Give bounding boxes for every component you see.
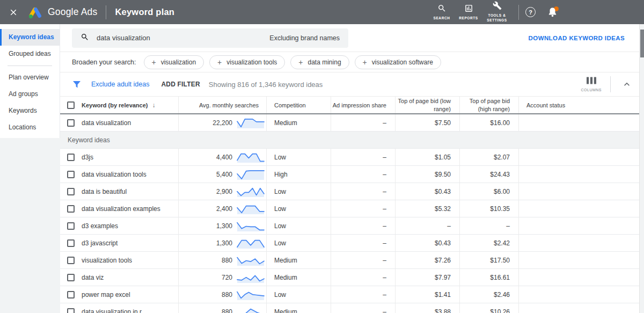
close-icon[interactable] <box>7 6 20 19</box>
page-title: Keyword plan <box>115 7 174 17</box>
account-status-cell <box>518 183 644 200</box>
keyword-row: data visualization tools5,400High–$9.50$… <box>60 166 644 183</box>
row-checkbox-cell <box>60 114 82 131</box>
keyword-cell: data viz <box>82 269 178 286</box>
avg-searches-cell: 5,400 <box>178 166 266 183</box>
sidebar-item-keywords[interactable]: Keywords <box>0 103 60 119</box>
header-ad-impression-share[interactable]: Ad impression share <box>331 97 395 113</box>
add-filter-button[interactable]: ADD FILTER <box>161 81 200 88</box>
trend-sparkline <box>237 220 265 232</box>
search-box[interactable]: Excluding brand names <box>72 28 348 48</box>
ad-impression-share-cell: – <box>331 166 395 183</box>
row-checkbox-cell <box>60 252 82 268</box>
search-nav-button[interactable]: SEARCH <box>429 4 455 21</box>
avg-searches-value: 880 <box>222 291 232 299</box>
row-checkbox[interactable] <box>67 171 75 178</box>
bid-high-cell: $10.26 <box>459 303 518 313</box>
row-checkbox[interactable] <box>67 119 75 127</box>
sidebar-item-ad-groups[interactable]: Ad groups <box>0 86 60 103</box>
columns-button[interactable]: COLUMNS <box>581 77 602 92</box>
header-checkbox-cell <box>60 97 82 113</box>
broaden-chip[interactable]: + visualization tools <box>209 55 285 69</box>
bid-low-cell: $0.43 <box>395 235 459 251</box>
bid-high-cell: $2.07 <box>459 149 518 165</box>
competition-cell: Medium <box>266 114 331 131</box>
row-checkbox[interactable] <box>67 222 75 230</box>
select-all-checkbox[interactable] <box>67 101 75 109</box>
avg-searches-cell: 2,900 <box>178 183 266 200</box>
row-checkbox[interactable] <box>67 308 75 313</box>
row-checkbox-cell <box>60 166 82 183</box>
header-keyword[interactable]: Keyword (by relevance) ↓ <box>82 97 178 113</box>
sidebar-item-keyword-ideas[interactable]: Keyword ideas <box>0 29 60 46</box>
download-keyword-ideas-link[interactable]: DOWNLOAD KEYWORD IDEAS <box>529 35 625 41</box>
keyword-cell: d3js <box>82 149 178 165</box>
avg-searches-cell: 2,400 <box>178 200 266 217</box>
keyword-row: data visualization examples2,400Low–$5.3… <box>60 200 644 217</box>
trend-sparkline <box>237 254 265 267</box>
broaden-chip[interactable]: + visualization software <box>355 55 441 69</box>
competition-cell: Low <box>266 217 331 234</box>
topbar-right: SEARCH REPORTS TOOLS & SETTINGS ? <box>428 0 558 24</box>
help-icon[interactable]: ? <box>525 7 536 17</box>
sidebar-item-locations[interactable]: Locations <box>0 119 60 136</box>
competition-cell: Low <box>266 200 331 217</box>
header-bid-high[interactable]: Top of page bid (high range) <box>459 97 518 113</box>
account-status-cell <box>518 200 644 217</box>
search-input[interactable] <box>96 33 269 42</box>
row-checkbox-cell <box>60 149 82 165</box>
brand-text: Google Ads <box>48 6 97 18</box>
notifications-bell-icon[interactable] <box>547 6 558 18</box>
tools-settings-nav-button[interactable]: TOOLS & SETTINGS <box>482 1 511 23</box>
reports-nav-button[interactable]: REPORTS <box>456 4 481 21</box>
keyword-cell: visualization tools <box>82 252 178 268</box>
header-competition[interactable]: Competition <box>266 97 331 113</box>
exclude-adult-ideas-link[interactable]: Exclude adult ideas <box>91 81 149 88</box>
row-checkbox[interactable] <box>67 188 75 195</box>
row-checkbox[interactable] <box>67 274 75 281</box>
bid-high-cell: – <box>459 217 518 234</box>
row-checkbox[interactable] <box>67 205 75 213</box>
sort-desc-icon: ↓ <box>152 101 156 109</box>
broaden-chip[interactable]: + visualization <box>144 55 204 69</box>
broaden-chip[interactable]: + data mining <box>290 55 349 69</box>
ad-impression-share-cell: – <box>331 252 395 268</box>
collapse-panel-button[interactable] <box>619 77 634 92</box>
topbar: Google Ads Keyword plan SEARCH REPORTS T… <box>0 0 644 24</box>
keyword-cell: power map excel <box>82 286 178 303</box>
keyword-cell: d3 javascript <box>82 235 178 251</box>
row-checkbox[interactable] <box>67 257 75 264</box>
avg-searches-value: 5,400 <box>216 171 232 178</box>
sidebar-item-grouped-ideas[interactable]: Grouped ideas <box>0 46 60 62</box>
trend-sparkline <box>237 202 265 215</box>
topbar-divider <box>106 5 106 19</box>
scrollbar-thumb[interactable] <box>640 30 644 57</box>
competition-cell: Medium <box>266 252 331 268</box>
broaden-search-row: Broaden your search: + visualization + v… <box>60 52 644 72</box>
avg-searches-cell: 880 <box>178 252 266 268</box>
bid-high-cell: $24.43 <box>459 166 518 183</box>
header-avg-monthly-searches[interactable]: Avg. monthly searches <box>178 97 266 113</box>
keyword-cell: data visualization <box>82 114 178 131</box>
row-checkbox[interactable] <box>67 291 75 299</box>
row-checkbox[interactable] <box>67 239 75 247</box>
bid-low-cell: $0.43 <box>395 183 459 200</box>
header-bid-low[interactable]: Top of page bid (low range) <box>395 97 459 113</box>
bid-low-cell: $1.41 <box>395 286 459 303</box>
account-status-cell <box>518 269 644 286</box>
wrench-icon <box>493 1 502 12</box>
trend-sparkline <box>237 288 265 301</box>
filter-bar-right: COLUMNS <box>581 76 644 92</box>
main-layout: Keyword ideas Grouped ideas Plan overvie… <box>0 24 644 313</box>
columns-icon <box>587 77 596 86</box>
keyword-row: d3 javascript1,300Low–$0.43$2.42 <box>60 235 644 252</box>
bid-high-cell: $16.61 <box>459 269 518 286</box>
sidebar-item-plan-overview[interactable]: Plan overview <box>0 69 60 86</box>
excluding-brand-names-label: Excluding brand names <box>269 34 340 42</box>
row-checkbox[interactable] <box>67 154 75 161</box>
header-account-status[interactable]: Account status <box>518 97 644 113</box>
vertical-scrollbar[interactable] <box>639 24 644 313</box>
section-row: Keyword ideas <box>60 132 644 149</box>
row-checkbox-cell <box>60 235 82 251</box>
ad-impression-share-cell: – <box>331 114 395 131</box>
